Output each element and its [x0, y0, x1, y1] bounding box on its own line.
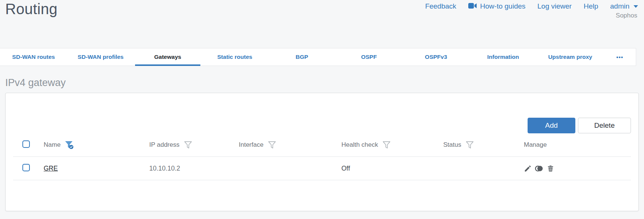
tab-bar: SD-WAN routes SD-WAN profiles Gateways S…: [0, 48, 636, 66]
filter-active-icon[interactable]: [65, 141, 74, 149]
filter-icon[interactable]: [184, 141, 192, 149]
column-header-interface: Interface: [239, 141, 263, 149]
feedback-link[interactable]: Feedback: [425, 2, 456, 10]
gateway-name-link[interactable]: GRE: [44, 165, 58, 172]
video-camera-icon: [468, 2, 477, 10]
toolbar: Add Delete: [13, 93, 631, 133]
manage-cell: [524, 165, 631, 172]
table-header: Name IP address Interface Health check: [13, 133, 631, 156]
feedback-label: Feedback: [425, 2, 456, 10]
brand-label: Sophos: [616, 12, 637, 19]
table-row: GRE 10.10.10.2 Off: [13, 156, 631, 180]
tab-gateways[interactable]: Gateways: [134, 48, 201, 66]
column-header-ip-address: IP address: [149, 141, 179, 149]
add-button[interactable]: Add: [528, 118, 575, 133]
tab-ospfv3[interactable]: OSPFv3: [403, 48, 470, 66]
howto-guides-label: How-to guides: [480, 2, 525, 10]
help-label: Help: [584, 2, 598, 10]
column-header-name: Name: [44, 141, 60, 149]
tab-upstream-proxy[interactable]: Upstream proxy: [537, 48, 604, 66]
delete-button[interactable]: Delete: [578, 118, 631, 133]
page-header: Routing Feedback How-to guides Log viewe…: [0, 0, 644, 48]
ip-address-cell: 10.10.10.2: [149, 165, 180, 172]
chevron-down-icon: [634, 5, 638, 8]
tab-sdwan-routes[interactable]: SD-WAN routes: [0, 48, 67, 66]
tab-ospf[interactable]: OSPF: [335, 48, 403, 66]
tab-sdwan-profiles[interactable]: SD-WAN profiles: [67, 48, 134, 66]
user-name: admin: [610, 2, 629, 10]
section-title: IPv4 gateway: [5, 77, 644, 89]
help-link[interactable]: Help: [584, 2, 598, 10]
tab-static-routes[interactable]: Static routes: [201, 48, 268, 66]
top-nav: Feedback How-to guides Log viewer Help a…: [425, 2, 638, 10]
column-header-status: Status: [443, 141, 461, 149]
health-check-cell: Off: [341, 165, 350, 172]
log-viewer-link[interactable]: Log viewer: [537, 2, 572, 10]
tab-overflow-menu[interactable]: •••: [604, 48, 636, 66]
user-menu[interactable]: admin: [610, 2, 638, 10]
select-all-checkbox[interactable]: [22, 140, 30, 148]
column-header-health-check: Health check: [341, 141, 378, 149]
column-header-manage: Manage: [524, 141, 547, 149]
gateway-card: Add Delete Name IP address Interface: [5, 93, 639, 211]
tab-information[interactable]: Information: [469, 48, 537, 66]
filter-icon[interactable]: [466, 141, 474, 149]
tab-bgp[interactable]: BGP: [268, 48, 335, 66]
filter-icon[interactable]: [382, 141, 391, 149]
trash-icon[interactable]: [547, 165, 554, 172]
log-viewer-label: Log viewer: [537, 2, 572, 10]
filter-icon[interactable]: [268, 141, 276, 149]
row-checkbox[interactable]: [22, 164, 30, 171]
clone-icon[interactable]: [535, 165, 544, 172]
howto-guides-link[interactable]: How-to guides: [468, 2, 525, 10]
edit-pencil-icon[interactable]: [524, 165, 532, 172]
